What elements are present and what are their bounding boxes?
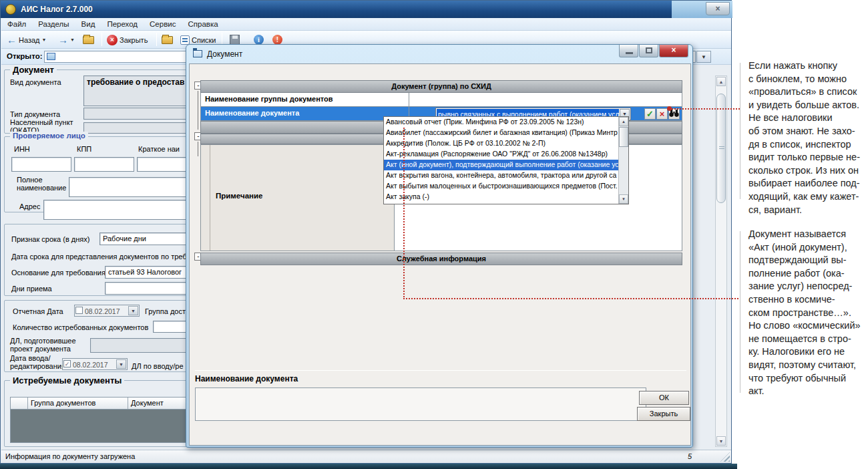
- short-name-label: Краткое наи: [138, 145, 180, 153]
- connector-line-2-vertical: [403, 128, 405, 299]
- document-name-label: Наименование документа: [201, 107, 409, 120]
- dropdown-scroll-up-icon[interactable]: ▲: [619, 117, 628, 126]
- days-label: Дни приема: [11, 285, 52, 293]
- report-date-picker[interactable]: 08.02.2017 ▼: [74, 305, 140, 317]
- ok-button[interactable]: ОК: [639, 391, 689, 405]
- group-document-title: Документ: [10, 65, 57, 75]
- close-document-button[interactable]: × Закрыть: [107, 33, 148, 46]
- open-folder-icon: [162, 36, 173, 44]
- inn-field[interactable]: [11, 157, 71, 172]
- report-date-dropdown-icon[interactable]: ▼: [128, 306, 138, 315]
- dropdown-scrollbar[interactable]: ▲ ▼: [618, 117, 628, 204]
- dropdown-scrollbar-thumb[interactable]: [619, 127, 628, 147]
- annotation-rule-2: [740, 231, 740, 393]
- dropdown-scroll-down-icon[interactable]: ▼: [619, 194, 628, 204]
- kpp-label: КПП: [77, 145, 91, 153]
- dl2-label: ДЛ по вводу/ре: [132, 362, 184, 370]
- input-date-label: Дата ввода/ редактирования: [10, 354, 65, 370]
- input-date-dropdown-icon[interactable]: ▼: [116, 359, 126, 369]
- forward-arrow-icon: →: [58, 35, 68, 45]
- doc-type-label: Тип документа: [10, 110, 60, 118]
- scroll-down-icon[interactable]: ▼: [716, 436, 726, 446]
- dropdown-item[interactable]: Аккредитив (Полож. ЦБ РФ от 03.10.2002 №…: [384, 138, 628, 149]
- dropdown-item-selected[interactable]: Акт (иной документ), подтверждающий выпо…: [384, 160, 628, 170]
- menu-item-service[interactable]: Сервис: [144, 18, 182, 28]
- window-title: АИС Налог 2.7.000: [21, 5, 93, 14]
- group-access-label: Группа дост: [145, 307, 186, 315]
- section-skhid-header[interactable]: Документ (группа) по СХИД: [200, 80, 682, 93]
- group-name-label: Наименование группы документов: [201, 93, 409, 106]
- forward-button[interactable]: → ▼: [58, 33, 75, 46]
- connector-line-1: [672, 108, 740, 110]
- menu-item-goto[interactable]: Переход: [101, 18, 144, 28]
- kpp-field[interactable]: [74, 157, 134, 172]
- status-bar: Информация по документу загружена 5: [1, 450, 731, 463]
- close-button-label: Закрыть: [120, 36, 148, 44]
- dialog-close-button[interactable]: ×: [659, 45, 688, 57]
- bottom-doc-name-field[interactable]: [195, 387, 646, 421]
- lists-button-label: Списки: [192, 36, 216, 44]
- dropdown-item[interactable]: Авиабилет (пассажирский билет и багажная…: [384, 128, 628, 138]
- open-folder-button[interactable]: [162, 33, 173, 46]
- section-service-header[interactable]: Служебная информация: [200, 253, 682, 265]
- document-dropdown-list: Авансовый отчет (Прик. Минфина РФ от 23.…: [383, 116, 629, 204]
- annotation-paragraph-1: Если нажать кнопку с биноклем, то можно …: [748, 59, 868, 216]
- confirm-button[interactable]: ✓: [644, 108, 656, 120]
- dropdown-item[interactable]: Акт вскрытия вагона, контейнера, автомоб…: [384, 170, 628, 181]
- dialog-minimize-button[interactable]: [619, 45, 638, 57]
- minimize-icon: [626, 52, 633, 54]
- forward-dropdown-icon[interactable]: ▼: [70, 37, 75, 42]
- group-requested-title: Истребуемые документы: [10, 375, 124, 385]
- dialog-title: Документ: [207, 49, 242, 59]
- menu-item-view[interactable]: Вид: [75, 18, 101, 28]
- menu-bar: ФайлРазделыВидПереходСервисСправка: [1, 18, 731, 31]
- scrollbar-thumb[interactable]: [716, 94, 726, 203]
- input-date-checkbox[interactable]: ✓: [63, 360, 71, 367]
- menu-item-file[interactable]: Файл: [1, 18, 32, 28]
- menu-item-sections[interactable]: Разделы: [32, 18, 75, 28]
- dialog-maximize-button[interactable]: [639, 45, 658, 57]
- report-date-checkbox[interactable]: [75, 307, 83, 314]
- term-label: Признак срока (в днях): [11, 235, 89, 243]
- basis-label: Основание для требования: [11, 269, 105, 277]
- bottom-separator: [195, 370, 686, 371]
- table-col-marker: [11, 398, 28, 409]
- menu-item-help[interactable]: Справка: [182, 18, 224, 28]
- report-date-label: Отчетная Дата: [13, 307, 63, 315]
- dl-label: ДЛ, подготовившее проект документа: [10, 337, 76, 353]
- input-date-value: 08.02.2017: [73, 361, 108, 369]
- dropdown-item[interactable]: Акт-рекламация (Распоряжение ОАО "РЖД" о…: [384, 149, 628, 160]
- folder-up-icon: [83, 36, 94, 44]
- group-person-title: Проверяемое лицо: [10, 132, 88, 140]
- scroll-up-icon[interactable]: ▲: [716, 77, 726, 86]
- tree-line: [198, 91, 198, 130]
- opened-combo-button[interactable]: ▼: [696, 51, 711, 63]
- dropdown-item[interactable]: Акт закупа (-): [384, 192, 628, 202]
- full-name-label: Полное наименование: [17, 176, 66, 192]
- back-dropdown-icon[interactable]: ▼: [42, 37, 47, 42]
- dropdown-item[interactable]: Акт выбытия малоценных и быстроизнашиваю…: [384, 181, 628, 192]
- toolbar-separator: [101, 33, 102, 46]
- tree-line: [198, 142, 198, 156]
- count-label: Количество истребованных документов: [13, 323, 148, 331]
- group-name-row[interactable]: Наименование группы документов: [200, 93, 682, 107]
- app-icon: [5, 4, 16, 15]
- back-button-label: Назад: [19, 36, 40, 44]
- input-date-picker[interactable]: ✓ 08.02.2017 ▼: [62, 358, 128, 370]
- title-bar: АИС Налог 2.7.000 ×: [1, 1, 731, 18]
- resize-grip[interactable]: [720, 452, 730, 462]
- dialog-close-button-bottom[interactable]: Закрыть: [637, 407, 690, 421]
- screenshot-stage: АИС Налог 2.7.000 × ФайлРазделыВидПерехо…: [0, 0, 868, 469]
- window-close-button[interactable]: ×: [706, 2, 730, 15]
- folder-up-button[interactable]: [83, 33, 94, 46]
- page-indicator: 5: [688, 452, 692, 460]
- inn-label: ИНН: [14, 145, 30, 153]
- warning-icon: !: [272, 35, 282, 45]
- back-button[interactable]: ← Назад ▼: [7, 33, 46, 46]
- main-vertical-scrollbar[interactable]: ▲ ▼: [715, 75, 727, 447]
- scrollbar-grip: [719, 146, 724, 150]
- dropdown-item[interactable]: Авансовый отчет (Прик. Минфина РФ от 23.…: [384, 117, 628, 128]
- table-col-group[interactable]: Группа документов: [28, 398, 128, 409]
- cancel-button[interactable]: ×: [656, 108, 668, 120]
- dialog-client-area: - - - Документ (группа) по СХИД Наименов…: [189, 63, 691, 446]
